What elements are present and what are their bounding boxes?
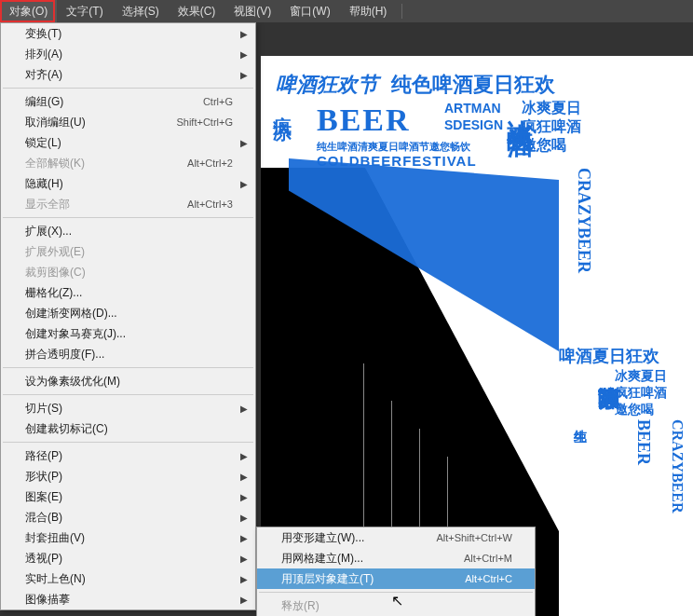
art-text: 邀您喝 [522, 136, 566, 156]
chevron-right-icon: ▶ [240, 492, 248, 502]
art-text: CRAZYBEER [669, 419, 686, 513]
menu-gradient-mesh[interactable]: 创建渐变网格(D)... [1, 303, 255, 323]
menu-view[interactable]: 视图(V) [224, 0, 280, 22]
art-text: 冰爽啤酒 [501, 99, 537, 114]
chevron-right-icon: ▶ [240, 533, 248, 543]
menu-pixel-perfect[interactable]: 设为像素级优化(M) [1, 371, 255, 391]
menu-shape[interactable]: 形状(P)▶ [1, 466, 255, 486]
menu-separator [3, 367, 253, 368]
chevron-right-icon: ▶ [240, 404, 248, 414]
menu-ungroup[interactable]: 取消编组(U)Shift+Ctrl+G [1, 112, 255, 132]
menu-unlock-all: 全部解锁(K)Alt+Ctrl+2 [1, 153, 255, 173]
menu-envelope-distort[interactable]: 封套扭曲(V)▶ [1, 527, 255, 548]
chevron-right-icon: ▶ [240, 574, 248, 584]
chevron-right-icon: ▶ [240, 451, 248, 461]
art-text: 疯狂啤酒 [522, 117, 581, 137]
art-text: 冰爽夏日 [615, 368, 667, 385]
submenu-make-with-warp[interactable]: 用变形建立(W)...Alt+Shift+Ctrl+W [257, 527, 535, 548]
submenu-make-with-top-object[interactable]: 用顶层对象建立(T)Alt+Ctrl+C [257, 568, 535, 589]
menu-path[interactable]: 路径(P)▶ [1, 445, 255, 466]
menu-lock[interactable]: 锁定(L)▶ [1, 132, 255, 153]
chevron-right-icon: ▶ [240, 29, 248, 39]
art-text: 啤酒狂欢节 [276, 71, 378, 99]
menu-perspective[interactable]: 透视(P)▶ [1, 548, 255, 568]
menu-align[interactable]: 对齐(A)▶ [1, 64, 255, 85]
menu-live-paint[interactable]: 实时上色(N)▶ [1, 568, 255, 589]
art-text: 疯 凉 [270, 101, 295, 106]
menu-group[interactable]: 编组(G)Ctrl+G [1, 91, 255, 112]
menu-hide[interactable]: 隐藏(H)▶ [1, 173, 255, 194]
chevron-right-icon: ▶ [240, 138, 248, 148]
menu-separator [3, 442, 253, 443]
art-text: ARTMAN [444, 101, 501, 116]
art-text: SDESIGN [444, 117, 503, 132]
art-text: 纯色啤酒夏日狂欢 [391, 71, 555, 99]
art-text: 邀您喝 [615, 402, 654, 418]
menubar-divider [401, 4, 402, 19]
menu-rasterize[interactable]: 栅格化(Z)... [1, 282, 255, 303]
menu-object[interactable]: 对象(O) [0, 0, 57, 22]
menu-separator [3, 217, 253, 218]
menu-arrange[interactable]: 排列(A)▶ [1, 44, 255, 64]
menubar: 对象(O) 文字(T) 选择(S) 效果(C) 视图(V) 窗口(W) 帮助(H… [0, 0, 693, 22]
chevron-right-icon: ▶ [240, 595, 248, 605]
chevron-right-icon: ▶ [240, 513, 248, 523]
menu-text[interactable]: 文字(T) [57, 0, 112, 22]
menu-slice[interactable]: 切片(S)▶ [1, 398, 255, 418]
menu-expand[interactable]: 扩展(X)... [1, 221, 255, 241]
menu-flatten-transparency[interactable]: 拼合透明度(F)... [1, 344, 255, 364]
menu-pattern[interactable]: 图案(E)▶ [1, 486, 255, 507]
chevron-right-icon: ▶ [240, 554, 248, 564]
menu-trim-marks[interactable]: 创建裁切标记(C) [1, 418, 255, 439]
chevron-right-icon: ▶ [240, 179, 248, 189]
menu-show-all: 显示全部Alt+Ctrl+3 [1, 194, 255, 214]
menu-separator [3, 394, 253, 395]
menu-help[interactable]: 帮助(H) [340, 0, 397, 22]
menu-crop-image: 裁剪图像(C) [1, 262, 255, 282]
art-text: 疯狂啤酒 [615, 385, 667, 402]
chevron-right-icon: ▶ [240, 49, 248, 60]
menu-effect[interactable]: 效果(C) [169, 0, 225, 22]
chevron-right-icon: ▶ [240, 472, 248, 482]
art-text: 啤酒夏日狂欢 [559, 345, 659, 367]
menu-blend[interactable]: 混合(B)▶ [1, 507, 255, 527]
menu-transform[interactable]: 变换(T)▶ [1, 23, 255, 44]
art-text: BEER [317, 103, 411, 138]
menu-expand-appearance: 扩展外观(E) [1, 241, 255, 262]
cursor-icon: ↖ [391, 592, 403, 609]
art-text: CRAZYBEER [574, 168, 593, 273]
menu-image-trace[interactable]: 图像描摹▶ [1, 589, 255, 609]
art-text: 纯生啤酒清爽夏日啤酒节邀您畅饮 [317, 140, 470, 154]
menu-select[interactable]: 选择(S) [113, 0, 169, 22]
submenu-make-with-mesh[interactable]: 用网格建立(M)...Alt+Ctrl+M [257, 548, 535, 568]
menu-window[interactable]: 窗口(W) [280, 0, 339, 22]
object-dropdown-menu: 变换(T)▶ 排列(A)▶ 对齐(A)▶ 编组(G)Ctrl+G 取消编组(U)… [0, 22, 256, 610]
art-text: BEER [633, 419, 653, 465]
menu-object-mosaic[interactable]: 创建对象马赛克(J)... [1, 323, 255, 344]
chevron-right-icon: ▶ [240, 70, 248, 80]
menu-separator [3, 88, 253, 89]
